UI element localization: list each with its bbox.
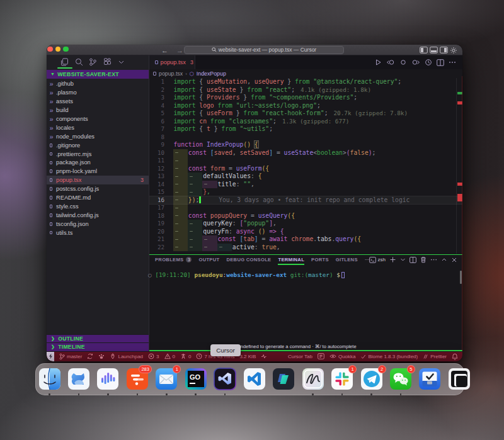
tree-item-style.css[interactable]: style.css — [47, 202, 149, 211]
tree-item-tsconfig.json[interactable]: tsconfig.json — [47, 220, 149, 228]
more-ellipsis-button[interactable] — [449, 59, 456, 66]
maximize-window-button[interactable] — [63, 47, 68, 52]
activity-extensions-button[interactable] — [103, 58, 112, 66]
import-cost-annotation: 20.7k (gzipped: 7.8k) — [334, 110, 408, 116]
trash-icon — [420, 256, 427, 263]
toggle-left-sidebar-button[interactable] — [420, 47, 428, 54]
tree-item-build[interactable]: »build — [47, 106, 149, 115]
code-token: import — [174, 110, 196, 116]
terminal-shell-button[interactable]: zsh — [369, 257, 386, 263]
tree-item-postcss.config.js[interactable]: postcss.config.js — [47, 184, 149, 193]
settings-gear-button[interactable] — [450, 47, 457, 54]
chevron-down-icon — [400, 257, 406, 262]
panel-tab-ports[interactable]: PORTS — [311, 255, 329, 266]
tree-item-README.md[interactable]: README.md — [47, 193, 149, 202]
dock-app-wechat[interactable]: 5 — [389, 368, 412, 390]
plus-button[interactable] — [389, 256, 396, 263]
dock-app-finder[interactable] — [38, 368, 61, 390]
activity-source-control-button[interactable] — [89, 58, 97, 66]
search-icon — [212, 47, 217, 52]
tree-item-package.json[interactable]: package.json — [47, 159, 149, 167]
activity-chevron-down-button[interactable] — [117, 58, 125, 66]
chevron-down-button[interactable] — [400, 257, 406, 262]
line-number: 21 — [149, 235, 164, 244]
tree-item-label: README.md — [56, 195, 91, 201]
toggle-right-sidebar-icon — [440, 47, 448, 54]
history-forward-button[interactable]: → — [176, 47, 183, 54]
macos-dock[interactable]: 283 1 GO 1 2 5 — [35, 363, 464, 395]
dock-app-telegram[interactable]: 2 — [360, 368, 383, 390]
breadcrumb-symbol[interactable]: IndexPopup — [197, 71, 226, 77]
tree-item-.gitignore[interactable]: .gitignore — [47, 141, 149, 150]
panel-tab-debug-console[interactable]: DEBUG CONSOLE — [226, 255, 271, 266]
close-x-button[interactable] — [451, 257, 457, 263]
command-center-search[interactable]: website-saver-ext — popup.tsx — Cursor — [184, 46, 344, 54]
tree-item-.prettierrc.mjs[interactable]: .prettierrc.mjs — [47, 150, 149, 159]
line-number: 8 — [149, 133, 164, 142]
split-editor-button[interactable] — [437, 59, 444, 66]
code-editor[interactable]: 1import { useMutation, useQuery } from "… — [149, 78, 462, 254]
tab-popup-tsx[interactable]: popup.tsx 3 — [149, 55, 195, 69]
tree-item-.github[interactable]: ».github — [47, 80, 149, 89]
breadcrumb-file[interactable]: popup.tsx — [159, 71, 183, 77]
dock-app-wave[interactable] — [96, 368, 119, 390]
tree-item-label: assets — [56, 98, 73, 104]
history-back-button[interactable]: ← — [161, 47, 168, 54]
tree-item-pnpm-lock.yaml[interactable]: pnpm-lock.yaml — [47, 167, 149, 176]
tree-item-locales[interactable]: »locales — [47, 123, 149, 132]
tab-label: popup.tsx — [161, 59, 186, 65]
project-root-header[interactable]: ▼ WEBSITE-SAVER-EXT — [47, 70, 149, 79]
more-ellipsis-button[interactable] — [430, 256, 437, 263]
panel-tab-problems[interactable]: PROBLEMS3 — [155, 255, 192, 266]
dock-app-reader[interactable]: 283 — [126, 368, 149, 390]
line-number: 15 — [149, 188, 164, 196]
toggle-bottom-panel-button[interactable] — [430, 47, 438, 54]
tree-item-tailwind.config.js[interactable]: tailwind.config.js — [47, 211, 149, 220]
panel-tab-gitlens[interactable]: GITLENS — [336, 255, 358, 266]
breadcrumb[interactable]: popup.tsx › ⬡ IndexPopup — [149, 69, 462, 78]
dock-app-slack[interactable]: 1 — [331, 368, 353, 390]
chevron-up-button[interactable] — [441, 257, 447, 262]
next-change-button[interactable] — [411, 59, 420, 66]
timeline-section-header[interactable]: ❯ TIMELINE — [47, 342, 149, 351]
chevron-down-icon: ▼ — [50, 72, 55, 76]
dock-app-stack[interactable] — [448, 368, 471, 390]
minimize-window-button[interactable] — [55, 47, 60, 52]
activity-search-button[interactable] — [75, 58, 83, 66]
split-terminal-button[interactable] — [410, 257, 416, 263]
outline-section-header[interactable]: ❯ OUTLINE — [47, 334, 149, 343]
file-icon — [50, 205, 57, 208]
dock-app-fox[interactable] — [67, 368, 90, 390]
trash-button[interactable] — [420, 256, 427, 263]
window-titlebar[interactable]: ← → website-saver-ext — popup.tsx — Curs… — [47, 45, 462, 55]
dock-app-mail[interactable]: 1 — [155, 368, 178, 390]
code-token — [174, 188, 203, 195]
tree-item-popup.tsx[interactable]: popup.tsx3 — [47, 176, 149, 184]
tree-item-node_modules[interactable]: »node_modules — [47, 132, 149, 141]
terminal-content[interactable]: ○ [19:11:20] pseudoyu:website-saver-ext … — [151, 271, 455, 278]
dock-app-cursor[interactable] — [214, 368, 236, 390]
prev-change-button[interactable] — [386, 59, 395, 66]
activity-explorer-button[interactable] — [60, 58, 69, 66]
notification-badge: 1 — [173, 365, 181, 373]
dock-app-goland[interactable]: GO — [185, 368, 207, 390]
tree-item-components[interactable]: »components — [47, 115, 149, 123]
timer-button[interactable] — [425, 59, 432, 66]
line-number: 12 — [149, 165, 164, 173]
dock-app-warp[interactable] — [272, 368, 295, 390]
circle-button[interactable] — [399, 59, 407, 66]
line-number: 3 — [149, 94, 164, 102]
toggle-right-sidebar-button[interactable] — [440, 47, 448, 54]
close-window-button[interactable] — [47, 47, 52, 52]
code-token: true — [262, 244, 277, 251]
panel-tab-terminal[interactable]: TERMINAL — [278, 255, 304, 266]
dock-app-things[interactable] — [418, 368, 441, 390]
dock-app-scribble[interactable] — [302, 368, 324, 390]
tree-item-assets[interactable]: »assets — [47, 97, 149, 106]
dock-app-vscode[interactable] — [243, 368, 266, 390]
panel-tab-output[interactable]: OUTPUT — [198, 255, 219, 266]
tree-item-.plasmo[interactable]: ».plasmo — [47, 88, 149, 97]
code-line-12: 12 const form = useForm({ — [149, 165, 462, 173]
tree-item-utils.ts[interactable]: utils.ts — [47, 228, 149, 237]
run-button[interactable] — [374, 59, 382, 66]
